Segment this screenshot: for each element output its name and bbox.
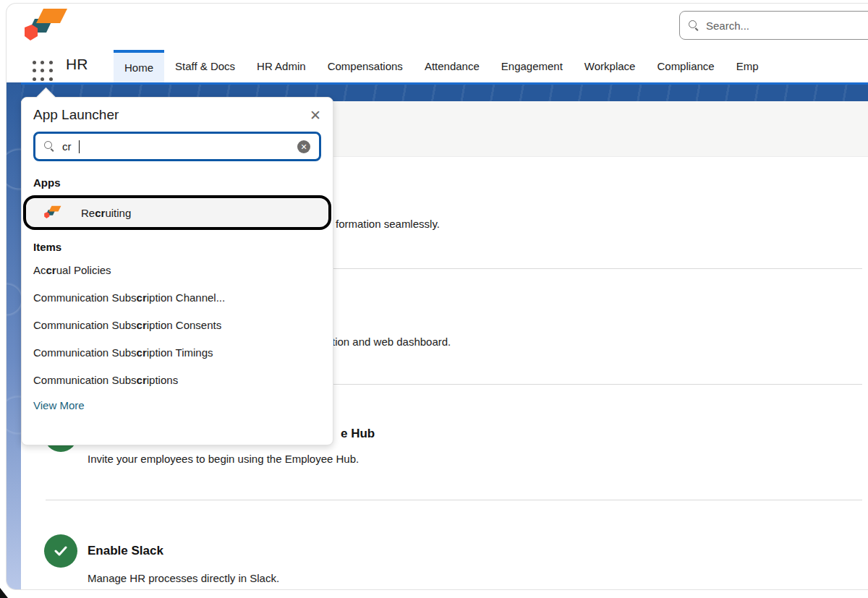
recruiting-app-icon [43,205,62,221]
close-icon[interactable]: ✕ [310,108,321,122]
view-more-link[interactable]: View More [22,399,333,411]
clear-search-icon[interactable]: ✕ [297,140,310,153]
search-icon [689,20,699,31]
tab-workplace[interactable]: Workplace [574,50,647,82]
item-comm-sub-timings[interactable]: Communication Subscription Timings [22,339,333,367]
tab-compensations[interactable]: Compensations [317,50,414,82]
app-window: HR Home Staff & Docs HR Admin Compensati… [6,3,868,590]
item-comm-sub-consents[interactable]: Communication Subscription Consents [22,312,333,339]
items-list: Accrual Policies Communication Subscript… [22,257,333,394]
backdrop-gradient-strip [7,82,21,590]
nav-tabs: Home Staff & Docs HR Admin Compensations… [114,50,868,82]
tab-employee-truncated[interactable]: Emp [726,50,770,82]
screenshot-canvas: HR Home Staff & Docs HR Admin Compensati… [0,0,868,598]
tab-engagement[interactable]: Engagement [490,50,574,82]
section-divider [46,500,862,500]
navigation-bar: HR Home Staff & Docs HR Admin Compensati… [7,50,868,82]
setup-step1-description-fragment: formation seamlessly. [336,218,440,230]
app-launcher-search-value: cr [62,140,72,153]
mouse-cursor-artifact [0,588,8,598]
setup-step2-description-fragment: tion and web dashboard. [332,336,451,348]
global-search-input[interactable] [706,20,836,32]
app-launcher-search-input[interactable]: cr ✕ [33,132,321,161]
search-icon [44,141,55,152]
items-section-header: Items [22,241,333,253]
current-app-name: HR [66,56,88,73]
enable-slack-step-description: Manage HR processes directly in Slack. [88,572,279,584]
tab-home[interactable]: Home [114,50,164,82]
employee-hub-step-description: Invite your employees to begin using the… [88,453,359,465]
item-comm-sub-channel[interactable]: Communication Subscription Channel... [22,284,333,312]
item-accrual-policies[interactable]: Accrual Policies [22,257,333,284]
app-result-recruiting[interactable]: Recruiting [23,195,331,230]
app-launcher-title: App Launcher [33,107,119,123]
global-search-box[interactable] [679,11,868,40]
tab-attendance[interactable]: Attendance [414,50,490,82]
app-launcher-popup: App Launcher ✕ cr ✕ Apps Recruiting Item… [21,97,333,445]
tab-staff-docs[interactable]: Staff & Docs [164,50,246,82]
company-logo-icon [22,8,70,46]
employee-hub-step-title-fragment: e Hub [341,427,375,441]
apps-section-header: Apps [22,176,333,189]
tab-hr-admin[interactable]: HR Admin [246,50,317,82]
app-result-label: Recruiting [81,207,131,219]
tab-compliance[interactable]: Compliance [646,50,725,82]
app-launcher-waffle-icon[interactable] [33,61,54,82]
enable-slack-step-title: Enable Slack [88,544,163,558]
item-comm-subscriptions[interactable]: Communication Subscriptions [22,367,333,394]
text-caret [79,140,80,153]
enable-slack-step-check-icon [44,534,77,568]
